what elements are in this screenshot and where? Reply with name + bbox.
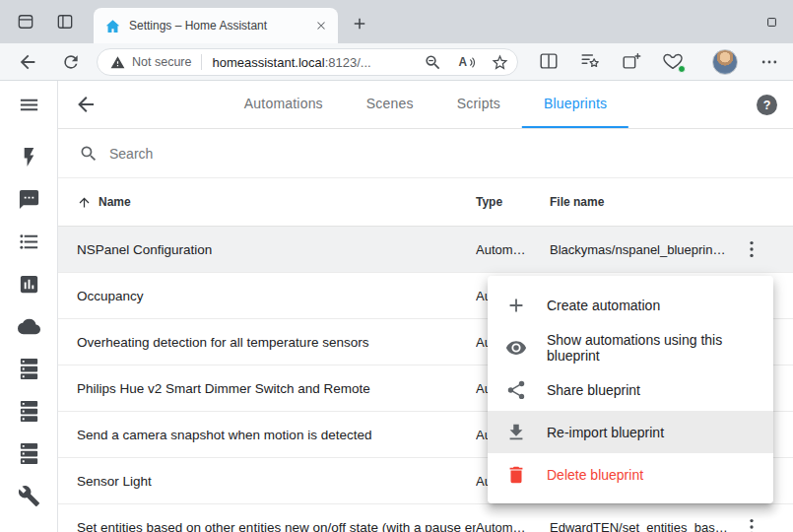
tab-blueprints[interactable]: Blueprints [522, 81, 628, 128]
column-header-file[interactable]: File name [550, 195, 733, 209]
not-secure-warning-icon[interactable] [110, 55, 125, 70]
ha-header: Automations Scenes Scripts Blueprints ? [58, 81, 793, 129]
browser-menu-icon[interactable] [757, 50, 782, 74]
share-icon [505, 379, 527, 401]
sidebar-menu-icon[interactable] [18, 94, 40, 116]
sidebar-item-addon-3[interactable] [0, 432, 57, 475]
url-suffix[interactable]: :8123/... [325, 55, 371, 70]
plus-icon [505, 295, 527, 316]
row-name: Send a camera snapshot when motion is de… [77, 428, 476, 442]
row-type: Autom… [476, 520, 550, 532]
column-header-type[interactable]: Type [476, 195, 550, 209]
ha-back-icon[interactable] [74, 93, 98, 116]
split-screen-icon[interactable] [538, 50, 560, 72]
home-assistant-favicon [104, 18, 121, 34]
collections-icon[interactable] [621, 50, 642, 72]
toolbar-right-icons [538, 50, 684, 72]
vertical-tabs-icon[interactable] [51, 8, 79, 35]
row-name: Philips Hue v2 Smart Dimmer Switch and R… [77, 381, 476, 396]
screen: Settings – Home Assistant Not secure hom… [0, 0, 793, 532]
tab-scenes[interactable]: Scenes [345, 81, 435, 128]
sidebar-item-addon-1[interactable] [0, 348, 57, 390]
menu-item-reimport-blueprint[interactable]: Re-import blueprint [488, 411, 773, 453]
row-file: EdwardTEN/set_entities_bas… [550, 520, 733, 532]
row-type: Autom… [476, 242, 550, 257]
essentials-status-dot [678, 65, 686, 73]
sidebar-item-logbook[interactable] [0, 221, 57, 263]
table-row[interactable]: NSPanel Configuration Autom… Blackymas/n… [58, 227, 793, 273]
trash-icon [505, 464, 527, 486]
sidebar-item-assist[interactable] [0, 178, 57, 221]
row-name: Occupancy [77, 289, 476, 303]
address-divider [201, 54, 202, 70]
workspaces-icon[interactable] [12, 8, 39, 35]
browser-titlebar: Settings – Home Assistant [0, 0, 793, 43]
row-overflow-menu-icon[interactable] [741, 516, 762, 532]
add-favorite-star-icon[interactable] [491, 53, 509, 72]
tab-title: Settings – Home Assistant [129, 19, 304, 33]
search-input[interactable] [109, 146, 425, 162]
browser-essentials-icon[interactable] [662, 50, 684, 72]
row-name: Sensor Light [77, 474, 476, 489]
ha-nav-tabs: Automations Scenes Scripts Blueprints [223, 81, 628, 128]
menu-item-show-automations[interactable]: Show automations using this blueprint [488, 326, 773, 368]
tab-automations[interactable]: Automations [223, 81, 345, 128]
column-header-name[interactable]: Name [77, 195, 476, 210]
refresh-button[interactable] [59, 50, 83, 74]
menu-item-delete-blueprint[interactable]: Delete blueprint [488, 453, 773, 496]
blueprint-context-menu: Create automation Show automations using… [488, 276, 773, 503]
favorites-icon[interactable] [579, 50, 601, 72]
sidebar-item-tools[interactable] [0, 475, 57, 517]
sort-ascending-icon [77, 195, 92, 210]
sidebar-item-energy[interactable] [0, 136, 57, 178]
security-label[interactable]: Not secure [132, 55, 191, 69]
table-header: Name Type File name [58, 178, 793, 227]
svg-text:A: A [459, 55, 468, 69]
menu-item-create-automation[interactable]: Create automation [488, 284, 773, 326]
maximize-button[interactable] [758, 9, 785, 34]
search-row [58, 129, 793, 178]
sidebar-item-history[interactable] [0, 263, 57, 305]
tab-scripts[interactable]: Scripts [435, 81, 522, 128]
zoom-out-icon[interactable] [424, 53, 442, 72]
menu-item-share-blueprint[interactable]: Share blueprint [488, 368, 773, 411]
profile-avatar[interactable] [712, 49, 738, 75]
table-row[interactable]: Set entities based on other entities new… [58, 504, 793, 532]
sidebar-item-addon-2[interactable] [0, 390, 57, 432]
url-host[interactable]: homeassistant.local [212, 55, 324, 70]
row-name: NSPanel Configuration [77, 242, 476, 257]
row-name: Overheating detection for all temperatur… [77, 335, 476, 350]
sidebar-item-cloud[interactable] [0, 305, 57, 348]
address-bar-actions: A [424, 53, 509, 72]
row-overflow-menu-icon[interactable] [741, 238, 762, 260]
search-icon [79, 144, 99, 164]
read-aloud-icon[interactable]: A [457, 53, 476, 72]
browser-tab[interactable]: Settings – Home Assistant [94, 8, 338, 43]
download-icon [505, 422, 527, 443]
browser-toolbar: Not secure homeassistant.local :8123/...… [0, 43, 793, 81]
ha-sidebar [0, 81, 58, 532]
row-file: Blackymas/nspanel_blueprin… [550, 242, 733, 257]
eye-icon [505, 337, 527, 359]
new-tab-button[interactable] [347, 11, 372, 36]
help-button[interactable]: ? [757, 95, 777, 115]
row-name: Set entities based on other entities new… [77, 520, 476, 532]
back-button[interactable] [16, 50, 39, 74]
tab-close-icon[interactable] [312, 17, 330, 34]
address-bar[interactable]: Not secure homeassistant.local :8123/...… [97, 48, 518, 76]
